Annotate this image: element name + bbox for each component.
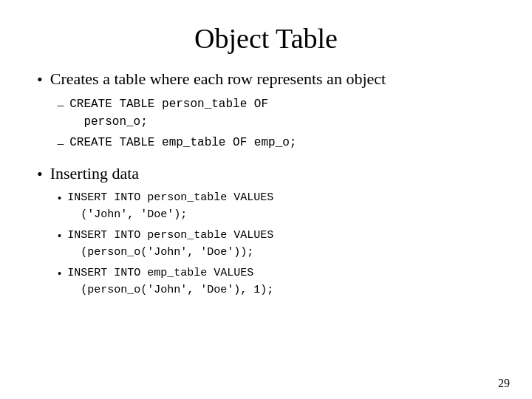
nested-code-2: INSERT INTO person_table VALUES (person_… [67, 228, 273, 261]
slide-content: • Creates a table where each row represe… [37, 68, 495, 377]
page-number: 29 [498, 377, 510, 390]
bullet-dot-2: • [37, 163, 43, 186]
bullet-dot-1: • [37, 69, 43, 92]
sub-items-1: – CREATE TABLE person_table OF person_o;… [58, 95, 386, 153]
slide-title: Object Table [37, 22, 495, 55]
bullet-item-1: • Creates a table where each row represe… [37, 68, 495, 152]
sub-dash-2: – [58, 134, 64, 153]
nested-dot-3: • [58, 265, 62, 283]
nested-bullet-2: • INSERT INTO person_table VALUES (perso… [58, 228, 274, 261]
sub-item-1: – CREATE TABLE person_table OF person_o; [58, 95, 386, 131]
nested-dot-2: • [58, 228, 62, 245]
nested-bullets-2: • INSERT INTO person_table VALUES ('John… [58, 190, 274, 299]
nested-bullet-1: • INSERT INTO person_table VALUES ('John… [58, 190, 274, 223]
slide: Object Table • Creates a table where eac… [0, 0, 532, 399]
sub-code-1: CREATE TABLE person_table OF person_o; [69, 95, 268, 131]
nested-code-1: INSERT INTO person_table VALUES ('John',… [67, 190, 273, 223]
bullet-body-1: Creates a table where each row represent… [50, 68, 386, 152]
sub-item-2: – CREATE TABLE emp_table OF emp_o; [58, 134, 386, 153]
bullet-text-1: Creates a table where each row represent… [50, 69, 386, 88]
sub-code-2: CREATE TABLE emp_table OF emp_o; [69, 134, 296, 151]
bullet-item-2: • Inserting data • INSERT INTO person_ta… [37, 163, 495, 299]
bullet-body-2: Inserting data • INSERT INTO person_tabl… [50, 163, 274, 299]
nested-dot-1: • [58, 190, 62, 208]
nested-code-3: INSERT INTO emp_table VALUES (person_o('… [67, 265, 273, 299]
bullet-text-2: Inserting data [50, 164, 139, 183]
nested-bullet-3: • INSERT INTO emp_table VALUES (person_o… [58, 265, 274, 299]
sub-dash-1: – [58, 95, 64, 115]
